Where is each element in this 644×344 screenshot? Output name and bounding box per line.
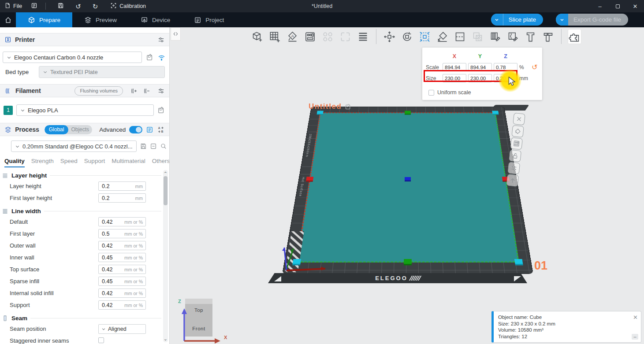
scope-objects-button[interactable]: Objects — [65, 125, 92, 134]
default-line-width-input[interactable]: mm or % — [98, 217, 146, 226]
scope-global-button[interactable]: Global — [45, 125, 69, 134]
tab-speed[interactable]: Speed — [60, 158, 78, 167]
lock-plate-button[interactable] — [509, 150, 522, 163]
size-x-input[interactable] — [443, 74, 466, 82]
staggered-inner-seams-checkbox[interactable] — [98, 337, 104, 343]
calibration-menu[interactable]: Calibration — [106, 0, 150, 12]
tab-quality[interactable]: Quality — [4, 158, 25, 167]
scale-x-input[interactable] — [443, 63, 466, 71]
save-button[interactable] — [53, 0, 68, 12]
internal-solid-infill-line-width-input[interactable]: mm or % — [98, 289, 146, 298]
top-surface-line-width-input[interactable]: mm or % — [98, 265, 146, 274]
redo-button[interactable]: ↻ — [88, 0, 103, 12]
rotate-tool-button[interactable] — [400, 29, 414, 44]
scale-handle-bottom-center[interactable] — [404, 259, 412, 265]
support-painting-button[interactable] — [488, 29, 502, 44]
edit-filament-button[interactable] — [157, 107, 165, 114]
edit-plate-name-icon[interactable] — [345, 104, 351, 110]
wifi-connection-button[interactable] — [157, 54, 166, 61]
scale-handle-left-center[interactable] — [306, 177, 313, 181]
outer-wall-line-width-input[interactable]: mm or % — [98, 241, 146, 250]
slice-dropdown-chevron-icon[interactable] — [491, 14, 503, 26]
plate-name-label[interactable]: Untitled — [309, 102, 351, 111]
scale-handle-top-left[interactable] — [316, 111, 323, 115]
filament-slot-badge[interactable]: 1 — [4, 106, 13, 115]
scale-handle-top-right[interactable] — [492, 111, 499, 115]
bed-type-select[interactable]: Textured PEI Plate — [39, 66, 165, 78]
variable-layer-height-button[interactable] — [356, 29, 370, 44]
measure-tool-button[interactable] — [541, 29, 555, 44]
close-button[interactable]: ✕ — [626, 0, 644, 12]
add-filament-button[interactable] — [130, 87, 138, 95]
auto-orient-button[interactable]: A — [286, 29, 299, 44]
delete-preset-button[interactable] — [150, 143, 157, 150]
support-line-width-input[interactable]: mm or % — [98, 300, 146, 310]
advanced-toggle[interactable] — [129, 126, 142, 133]
split-to-parts-button[interactable] — [339, 29, 352, 44]
size-z-input[interactable] — [494, 74, 517, 82]
info-close-button[interactable]: ✕ — [633, 314, 638, 321]
home-button[interactable] — [0, 12, 16, 27]
remove-filament-button[interactable] — [143, 87, 150, 95]
tab-multimaterial[interactable]: Multimaterial — [112, 158, 145, 167]
layer-height-input[interactable]: mm — [98, 181, 146, 191]
tab-support[interactable]: Support — [84, 158, 105, 167]
view-all-settings-button[interactable] — [146, 126, 153, 133]
first-layer-height-input[interactable]: mm — [98, 193, 146, 203]
scale-handle-top-center[interactable] — [405, 111, 411, 115]
plate-settings-button[interactable] — [508, 162, 521, 174]
add-object-button[interactable] — [250, 29, 264, 44]
cut-tool-button[interactable] — [453, 29, 467, 44]
filament-select[interactable]: Elegoo PLA — [16, 104, 154, 116]
printer-settings-button[interactable] — [157, 36, 165, 44]
size-y-input[interactable] — [468, 74, 492, 82]
export-dropdown-chevron-icon[interactable] — [556, 14, 568, 26]
object-center-handle[interactable] — [405, 177, 411, 181]
uniform-scale-checkbox[interactable] — [428, 90, 434, 96]
inner-wall-line-width-input[interactable]: mm or % — [98, 253, 146, 262]
tab-project[interactable]: Project — [182, 12, 236, 27]
printer-select[interactable]: Elegoo Centauri Carbon 0.4 nozzle — [3, 52, 142, 63]
place-on-face-button[interactable] — [436, 29, 449, 44]
tab-preview[interactable]: Preview — [72, 12, 129, 27]
save-preset-button[interactable] — [140, 143, 147, 150]
maximize-button[interactable] — [609, 0, 626, 12]
scale-handle-bottom-right[interactable] — [514, 259, 523, 265]
scale-tool-button[interactable] — [418, 29, 432, 44]
tab-others[interactable]: Others — [152, 158, 170, 167]
flushing-volumes-button[interactable]: Flushing volumes — [74, 86, 123, 96]
move-plate-front-button[interactable] — [506, 174, 519, 187]
search-settings-button[interactable] — [160, 143, 167, 150]
filament-settings-button[interactable] — [157, 87, 165, 95]
arrange-button[interactable] — [303, 29, 317, 44]
add-plate-button[interactable] — [268, 29, 282, 44]
tab-prepare[interactable]: Prepare — [16, 12, 72, 27]
sidebar-scrollbar[interactable] — [163, 170, 168, 342]
seam-position-select[interactable]: Aligned — [98, 324, 146, 334]
sync-presets-button[interactable]: AB — [157, 126, 165, 133]
tab-device[interactable]: Device — [129, 12, 182, 27]
move-tool-button[interactable] — [383, 29, 396, 44]
text-tool-button[interactable] — [524, 29, 537, 44]
collapse-sidebar-button[interactable] — [171, 27, 181, 41]
export-gcode-button[interactable]: Export G-code file — [556, 14, 628, 26]
scale-y-input[interactable] — [468, 63, 492, 71]
scroll-down-icon[interactable]: ⌄ — [164, 336, 168, 342]
edit-printer-button[interactable] — [146, 54, 153, 61]
info-collapse-button[interactable]: – — [632, 334, 638, 340]
delete-plate-button[interactable] — [513, 113, 525, 126]
object-cube-flat[interactable] — [296, 112, 519, 263]
scrollbar-thumb[interactable] — [164, 176, 168, 205]
arrange-plate-button[interactable] — [510, 137, 523, 150]
scale-z-input[interactable] — [494, 63, 517, 71]
scroll-up-icon[interactable]: ⌃ — [164, 171, 168, 177]
assembly-view-button[interactable] — [568, 29, 581, 44]
slice-plate-button[interactable]: Slice plate — [491, 14, 543, 26]
first-layer-line-width-input[interactable]: mm or % — [98, 229, 146, 238]
minimize-button[interactable]: – — [591, 0, 609, 12]
process-preset-select[interactable]: 0.20mm Standard @Elegoo CC 0.4 nozzl... — [11, 141, 137, 152]
reset-scale-icon[interactable]: ↺ — [532, 64, 537, 71]
sparse-infill-line-width-input[interactable]: mm or % — [98, 277, 146, 286]
undo-button[interactable]: ↺ — [71, 0, 86, 12]
orient-plate-button[interactable] — [511, 125, 524, 138]
